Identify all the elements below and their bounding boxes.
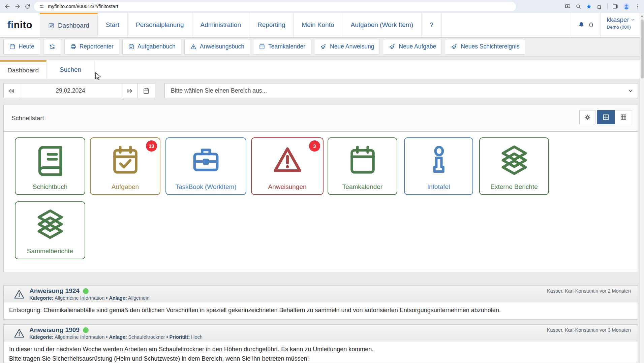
page-scrollbar[interactable]: ▲ xyxy=(640,13,644,363)
anweisungsbuch-button[interactable]: Anweisungsbuch xyxy=(184,39,250,55)
layers-plus-icon xyxy=(389,43,396,50)
date-field[interactable]: 29.02.2024 xyxy=(19,83,122,98)
aufgabenbuch-button[interactable]: Aufgabenbuch xyxy=(122,39,181,55)
date-picker-button[interactable] xyxy=(138,83,155,98)
nav-item-start[interactable]: Start xyxy=(98,13,128,37)
reportcenter-button[interactable]: Reportcenter xyxy=(64,39,119,55)
anweisung-card-1924[interactable]: Anweisung 1924 Kategorie: Allgemeine Inf… xyxy=(3,285,638,320)
nav-item-label: Dashboard xyxy=(58,22,89,29)
nav-item-reporting[interactable]: Reporting xyxy=(249,13,294,37)
tile-infotafel[interactable]: Infotafel xyxy=(404,137,473,195)
tab-dashboard[interactable]: Dashboard xyxy=(0,60,47,79)
calendar-icon xyxy=(259,43,265,50)
grid-2x2-icon xyxy=(602,113,610,121)
notification-count: 0 xyxy=(589,21,593,29)
neue-anweisung-button[interactable]: Neue Anweisung xyxy=(314,39,380,55)
tile-label: Teamkalender xyxy=(328,183,397,191)
tile-label: Externe Berichte xyxy=(480,183,548,191)
settings-button[interactable] xyxy=(579,110,595,124)
scrollbar-thumb[interactable] xyxy=(641,20,644,78)
tile-anweisungen[interactable]: 3 Anweisungen xyxy=(251,137,324,195)
tile-sammelberichte[interactable]: Sammelberichte xyxy=(15,201,85,259)
chevron-down-icon xyxy=(631,18,635,22)
anweisung-title: Anweisung 1909 xyxy=(29,326,80,334)
schnellstart-header: Schnellstart xyxy=(4,105,638,132)
anweisung-body: Entsorgung: Chemikalienabfälle sind gemä… xyxy=(4,302,638,319)
tile-aufgaben[interactable]: 13 Aufgaben xyxy=(90,137,160,195)
bookmark-star-icon[interactable] xyxy=(586,3,592,10)
user-menu[interactable]: kkasper Demo (000) xyxy=(600,13,644,37)
tile-teamkalender[interactable]: Teamkalender xyxy=(328,137,397,195)
browser-address-bar[interactable]: myfinito.com/800014/#/finitostart xyxy=(34,2,516,11)
tile-label: TaskBook (WorkItem) xyxy=(166,183,246,191)
tile-taskbook-workitem[interactable]: TaskBook (WorkItem) xyxy=(165,137,246,195)
nav-item-dashboard[interactable]: Dashboard xyxy=(40,13,98,37)
warning-triangle-icon xyxy=(190,43,197,50)
date-prev-button[interactable] xyxy=(3,83,19,98)
browser-forward-icon[interactable] xyxy=(14,3,21,10)
anweisung-card-1909[interactable]: Anweisung 1909 Kategorie: Allgemeine Inf… xyxy=(3,324,638,363)
panel-title: Schnellstart xyxy=(11,114,44,122)
date-bar: 29.02.2024 Bitte wählen Sie einen Bereic… xyxy=(0,83,644,98)
anweisung-meta: Kategorie: Allgemeine Information • Anla… xyxy=(29,334,203,340)
calendar-icon xyxy=(346,144,379,176)
tile-label: Aufgaben xyxy=(91,183,160,191)
teamkalender-button[interactable]: Teamkalender xyxy=(253,39,311,55)
tile-schichtbuch[interactable]: Schichtbuch xyxy=(15,137,85,195)
anweisung-header: Anweisung 1909 Kategorie: Allgemeine Inf… xyxy=(4,325,638,341)
refresh-button[interactable] xyxy=(43,39,61,55)
date-next-button[interactable] xyxy=(122,83,138,98)
layers-plus-icon xyxy=(320,43,327,50)
printer-icon xyxy=(70,43,76,50)
warning-triangle-icon xyxy=(13,288,25,300)
extensions-icon[interactable] xyxy=(596,3,603,10)
nav-item-administration[interactable]: Administration xyxy=(192,13,249,37)
nav-item-help[interactable]: ? xyxy=(422,13,442,37)
mouse-cursor xyxy=(94,72,102,80)
status-dot xyxy=(83,327,89,333)
anweisung-author: Kasper, Karl-Konstantin vor 2 Monaten xyxy=(547,288,631,294)
calendar-check-icon xyxy=(128,43,134,50)
notifications[interactable]: 0 xyxy=(570,13,600,37)
install-app-icon[interactable] xyxy=(564,3,571,10)
finito-logo[interactable]: finito xyxy=(0,13,40,37)
profile-avatar[interactable] xyxy=(623,3,630,10)
gear-icon xyxy=(584,113,591,121)
schnellstart-panel: Schnellstart Schichtbuch xyxy=(3,105,638,272)
tab-suchen[interactable]: Suchen xyxy=(47,60,95,79)
tile-badge: 3 xyxy=(309,140,320,152)
bell-icon xyxy=(578,21,585,29)
tile-externe-berichte[interactable]: Externe Berichte xyxy=(479,137,549,195)
zoom-icon[interactable] xyxy=(575,3,581,9)
neues-schichtereignis-button[interactable]: Neues Schichtereignis xyxy=(445,39,525,55)
status-dot xyxy=(83,288,89,294)
anweisung-meta: Kategorie: Allgemeine Information • Anla… xyxy=(29,295,149,301)
quick-toolbar: Heute Reportcenter Aufgabenbuch Anweisun… xyxy=(0,37,644,57)
calendar-icon xyxy=(143,87,150,95)
info-figure-icon xyxy=(423,144,455,176)
layers-plus-icon xyxy=(451,43,458,50)
nav-item-mein-konto[interactable]: Mein Konto xyxy=(294,13,342,37)
url-text: myfinito.com/800014/#/finitostart xyxy=(48,4,118,9)
nav-item-aufgaben-workitem[interactable]: Aufgaben (Work Item) xyxy=(342,13,422,37)
warning-triangle-icon xyxy=(13,327,25,339)
heute-button[interactable]: Heute xyxy=(3,39,40,55)
grid-view-3x3-button[interactable] xyxy=(615,110,632,124)
nav-item-personalplanung[interactable]: Personalplanung xyxy=(128,13,192,37)
grid-view-2x2-button[interactable] xyxy=(597,110,615,124)
side-panel-icon[interactable] xyxy=(612,3,618,10)
browser-divider xyxy=(607,3,608,9)
area-select[interactable]: Bitte wählen Sie einen Bereich aus... xyxy=(164,83,638,98)
site-settings-icon[interactable] xyxy=(39,4,44,9)
browser-menu-icon[interactable] xyxy=(635,4,640,9)
app-navbar: finito Dashboard Start Personalplanung A… xyxy=(0,13,644,37)
chevron-down-icon xyxy=(627,88,634,94)
anweisung-body: In dieser und der nächsten Woche werden … xyxy=(4,341,638,363)
browser-refresh-icon[interactable] xyxy=(24,3,31,10)
anweisung-header: Anweisung 1924 Kategorie: Allgemeine Inf… xyxy=(4,286,638,302)
browser-back-icon[interactable] xyxy=(4,3,11,10)
scroll-up-icon[interactable]: ▲ xyxy=(640,14,644,18)
neue-aufgabe-button[interactable]: Neue Aufgabe xyxy=(383,39,442,55)
calendar-icon xyxy=(9,43,16,50)
nav-spacer xyxy=(442,13,570,37)
